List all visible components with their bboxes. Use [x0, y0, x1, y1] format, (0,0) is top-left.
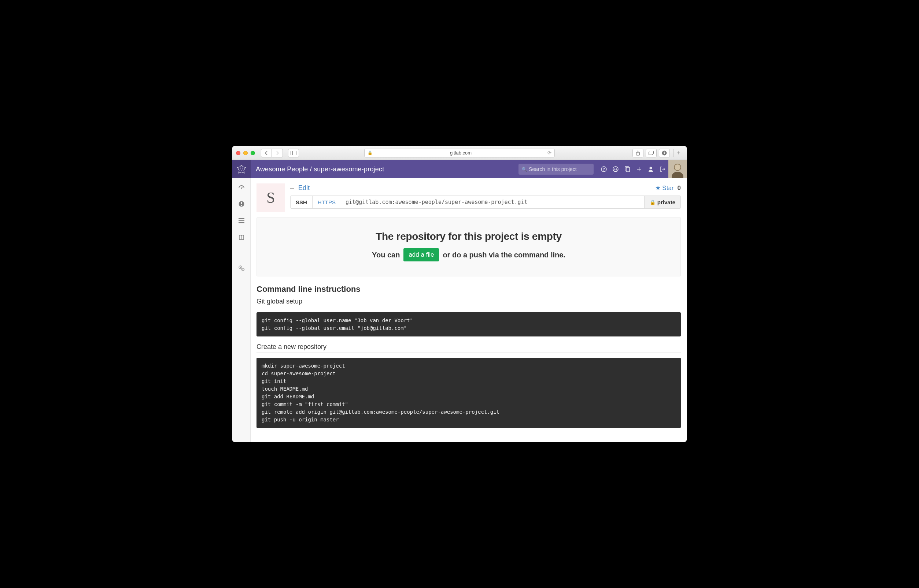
lock-icon: 🔒 [368, 150, 373, 155]
svg-point-7 [242, 168, 243, 168]
clone-url[interactable]: git@gitlab.com:awesome-people/super-awes… [341, 196, 644, 208]
ssh-tab[interactable]: SSH [290, 196, 313, 208]
edit-link[interactable]: Edit [298, 184, 310, 192]
create-repo-heading: Create a new repository [256, 343, 681, 352]
https-tab[interactable]: HTTPS [313, 196, 341, 208]
svg-point-28 [240, 267, 241, 268]
plus-icon[interactable] [633, 160, 645, 178]
gitlab-header: Awesome People / super-awesome-project 🔍… [232, 160, 687, 178]
project-avatar-letter: S [266, 189, 275, 207]
project-search[interactable]: 🔍 Search in this project [519, 164, 593, 174]
visibility-label: private [657, 199, 675, 205]
share-button[interactable] [632, 149, 643, 157]
empty-subtext: You can add a file or do a push via the … [264, 248, 673, 262]
search-icon: 🔍 [522, 166, 527, 172]
tabs-button[interactable] [646, 149, 656, 157]
visibility-badge: 🔒 private [644, 196, 681, 208]
user-avatar[interactable] [668, 160, 687, 178]
svg-rect-4 [650, 151, 654, 154]
dashboard-icon[interactable] [238, 183, 245, 191]
svg-point-6 [240, 168, 241, 168]
close-window-button[interactable] [236, 151, 240, 155]
new-tab-button[interactable]: ＋ [674, 149, 683, 157]
git-setup-heading: Git global setup [256, 298, 681, 307]
project-avatar: S [256, 183, 285, 212]
project-title-row: – Edit ★ Star 0 [290, 183, 681, 192]
address-domain: gitlab.com [374, 150, 548, 156]
lock-icon: 🔒 [650, 200, 656, 205]
back-button[interactable] [261, 149, 272, 157]
instructions-heading: Command line instructions [256, 284, 681, 294]
svg-point-17 [674, 165, 681, 170]
svg-point-13 [650, 167, 652, 170]
svg-rect-25 [238, 222, 245, 223]
reload-icon[interactable]: ⟳ [548, 150, 551, 156]
star-button[interactable]: ★ Star 0 [655, 184, 681, 192]
settings-icon[interactable] [238, 265, 245, 272]
svg-rect-21 [241, 202, 242, 204]
wiki-icon[interactable] [238, 234, 245, 241]
svg-line-19 [242, 187, 243, 188]
add-file-button[interactable]: add a file [404, 248, 439, 262]
clone-row: SSH HTTPS git@gitlab.com:awesome-people/… [290, 195, 681, 209]
svg-rect-22 [241, 205, 242, 206]
svg-rect-12 [626, 167, 629, 172]
main-content: S – Edit ★ Star 0 SSH HTTPS [251, 178, 687, 442]
user-icon[interactable] [645, 160, 656, 178]
downloads-button[interactable] [659, 149, 670, 157]
issues-icon[interactable] [238, 200, 245, 208]
search-placeholder: Search in this project [529, 166, 577, 172]
toolbar-right: ＋ [632, 149, 683, 157]
star-icon: ★ [655, 184, 661, 192]
star-label: Star [662, 184, 674, 192]
snippets-icon[interactable] [621, 160, 633, 178]
traffic-lights [236, 151, 255, 155]
empty-post: or do a push via the command line. [442, 251, 566, 259]
list-icon[interactable] [238, 217, 245, 225]
project-header-row: S – Edit ★ Star 0 SSH HTTPS [256, 183, 681, 212]
nav-buttons [261, 149, 283, 157]
dash: – [290, 184, 294, 192]
sign-out-icon[interactable] [656, 160, 668, 178]
empty-pre: You can [372, 251, 400, 259]
svg-rect-0 [291, 151, 297, 155]
gitlab-logo[interactable] [232, 160, 251, 178]
browser-titlebar: 🔒 gitlab.com ⟳ ＋ [232, 146, 687, 160]
svg-rect-23 [238, 218, 245, 219]
empty-repo-box: The repository for this project is empty… [256, 217, 681, 276]
minimize-window-button[interactable] [243, 151, 248, 155]
git-setup-code[interactable]: git config --global user.name "Job van d… [256, 312, 681, 336]
address-bar[interactable]: 🔒 gitlab.com ⟳ [364, 149, 555, 157]
project-sidebar [232, 178, 251, 442]
forward-button[interactable] [272, 149, 283, 157]
browser-window: 🔒 gitlab.com ⟳ ＋ Awesome People / super-… [232, 146, 687, 442]
project-info: – Edit ★ Star 0 SSH HTTPS git@gitlab.com… [290, 183, 681, 212]
breadcrumb[interactable]: Awesome People / super-awesome-project [251, 165, 384, 173]
globe-icon[interactable] [610, 160, 621, 178]
svg-text:?: ? [603, 167, 605, 171]
help-icon[interactable]: ? [598, 160, 610, 178]
sidebar-toggle-button[interactable] [288, 149, 299, 157]
body: S – Edit ★ Star 0 SSH HTTPS [232, 178, 687, 442]
create-repo-code[interactable]: mkdir super-awesome-project cd super-awe… [256, 358, 681, 428]
svg-rect-24 [238, 220, 245, 221]
star-count: 0 [677, 184, 681, 192]
empty-heading: The repository for this project is empty [264, 231, 673, 242]
maximize-window-button[interactable] [251, 151, 255, 155]
svg-point-30 [242, 269, 243, 270]
